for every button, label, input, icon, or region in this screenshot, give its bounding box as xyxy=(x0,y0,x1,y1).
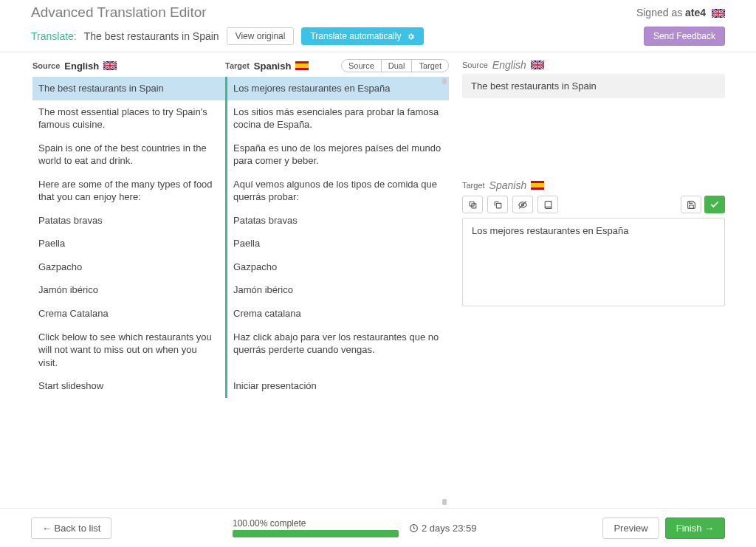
segment-source: Gazpacho xyxy=(32,255,225,279)
view-mode-toggle[interactable]: Source Dual Target xyxy=(341,59,449,72)
view-mode-dual[interactable]: Dual xyxy=(381,60,412,72)
segment-source: Jamón ibérico xyxy=(32,278,225,302)
view-mode-source[interactable]: Source xyxy=(342,60,381,72)
source-lang: English xyxy=(64,61,99,72)
segment-row[interactable]: Here are some of the many types of food … xyxy=(32,173,449,209)
svg-rect-18 xyxy=(531,183,544,188)
target-lang: Spanish xyxy=(254,61,292,72)
detail-source-lang: English xyxy=(492,59,526,71)
translate-label: Translate: xyxy=(31,30,77,42)
segment-source: Here are some of the many types of food … xyxy=(32,173,225,209)
segment-target: España es uno de los mejores países del … xyxy=(227,137,449,173)
flag-spain-icon xyxy=(531,181,544,190)
gear-icon xyxy=(407,32,415,41)
user-flag-icon xyxy=(712,9,725,18)
segment-row[interactable]: Start slideshowIniciar presentación xyxy=(32,374,449,398)
deadline: 2 days 23:59 xyxy=(409,523,476,534)
detail-source-text: The best restaurants in Spain xyxy=(462,74,725,98)
signed-as: Signed as ate4 xyxy=(636,7,725,18)
hide-show-button[interactable] xyxy=(512,196,533,213)
target-translation-input[interactable] xyxy=(462,218,725,306)
target-label: Target xyxy=(225,61,250,70)
svg-rect-11 xyxy=(295,63,309,68)
segment-row[interactable]: Patatas bravasPatatas bravas xyxy=(32,209,449,233)
segment-row[interactable]: Crema CatalanaCrema catalana xyxy=(32,302,449,326)
segment-target: Jamón ibérico xyxy=(227,278,449,302)
scrollbar[interactable] xyxy=(441,78,449,505)
segment-source: Paella xyxy=(32,232,225,255)
accept-button[interactable] xyxy=(704,196,725,213)
detail-source-label: Source xyxy=(462,61,488,69)
segment-target: Crema catalana xyxy=(227,302,449,326)
segment-row[interactable]: Click below to see which restaurants you… xyxy=(32,326,449,375)
segment-source: Click below to see which restaurants you… xyxy=(32,326,225,375)
preview-button[interactable]: Preview xyxy=(602,517,659,539)
progress-bar xyxy=(233,530,399,537)
segment-row[interactable]: GazpachoGazpacho xyxy=(32,255,449,279)
segment-source: Start slideshow xyxy=(32,374,225,398)
copy-source-button[interactable] xyxy=(462,196,483,213)
segment-target: Gazpacho xyxy=(227,255,449,279)
clock-icon xyxy=(409,523,419,533)
segment-source: Patatas bravas xyxy=(32,209,225,233)
detail-target-lang: Spanish xyxy=(489,179,527,191)
segment-target: Aquí vemos algunos de los tipos de comid… xyxy=(227,173,449,209)
save-button[interactable] xyxy=(681,196,701,213)
back-to-list-button[interactable]: ← Back to list xyxy=(31,517,111,539)
segment-source: Crema Catalana xyxy=(32,302,225,326)
view-mode-target[interactable]: Target xyxy=(411,60,448,72)
svg-rect-16 xyxy=(531,64,544,66)
segment-target: Paella xyxy=(227,232,449,255)
svg-rect-9 xyxy=(103,65,117,66)
segment-source: The most essential places to try Spain's… xyxy=(32,100,225,137)
svg-rect-21 xyxy=(496,203,501,208)
glossary-button[interactable] xyxy=(537,196,558,213)
segment-target: Iniciar presentación xyxy=(227,374,449,398)
segment-row[interactable]: Jamón ibéricoJamón ibérico xyxy=(32,278,449,302)
view-original-button[interactable]: View original xyxy=(227,27,295,45)
app-title: Advanced Translation Editor xyxy=(31,4,207,21)
detail-target-label: Target xyxy=(462,181,485,190)
flag-uk-icon xyxy=(103,61,117,70)
document-title: The best restaurants in Spain xyxy=(84,30,219,42)
segment-row[interactable]: PaellaPaella xyxy=(32,232,449,255)
flag-uk-icon xyxy=(531,61,544,69)
segment-target: Los mejores restaurantes en España xyxy=(227,77,449,100)
source-label: Source xyxy=(32,61,60,70)
svg-rect-4 xyxy=(712,13,725,14)
segment-source: The best restaurants in Spain xyxy=(32,77,225,100)
segment-row[interactable]: Spain is one of the best countries in th… xyxy=(32,137,449,173)
send-feedback-button[interactable]: Send Feedback xyxy=(644,27,725,46)
segment-row[interactable]: The best restaurants in SpainLos mejores… xyxy=(32,77,449,100)
progress-text: 100.00% complete xyxy=(233,518,399,529)
translate-automatically-button[interactable]: Translate automatically xyxy=(301,27,424,45)
segment-target: Patatas bravas xyxy=(227,209,449,233)
segment-row[interactable]: The most essential places to try Spain's… xyxy=(32,100,449,137)
segment-source: Spain is one of the best countries in th… xyxy=(32,137,225,173)
flag-spain-icon xyxy=(295,61,309,70)
copy-translation-button[interactable] xyxy=(487,196,508,213)
finish-button[interactable]: Finish → xyxy=(665,517,725,539)
segment-target: Haz click abajo para ver los restaurante… xyxy=(227,326,449,375)
segment-target: Los sitios más esenciales para probar la… xyxy=(227,100,449,137)
